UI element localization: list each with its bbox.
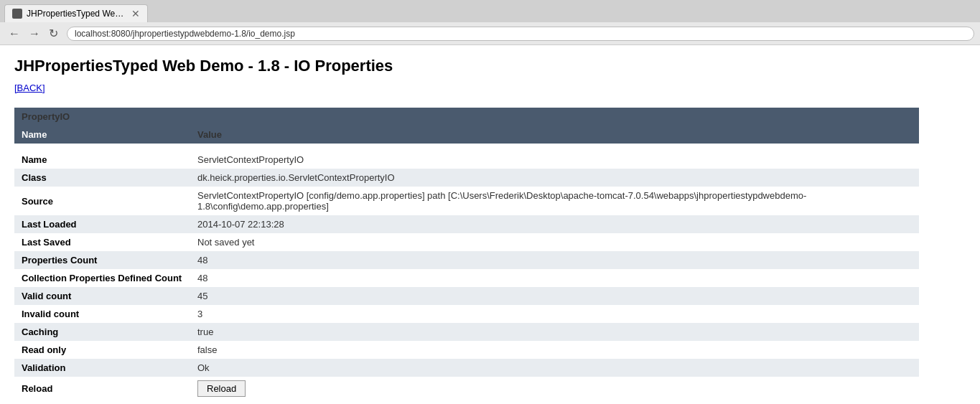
url-input[interactable]: localhost:8080/jhpropertiestypdwebdemo-1…	[67, 27, 974, 41]
browser-chrome: JHPropertiesTyped Web D... ✕ ← → ↻ local…	[0, 0, 980, 45]
tab-close-icon[interactable]: ✕	[131, 8, 140, 19]
tab-favicon-icon	[12, 9, 22, 19]
browser-tab[interactable]: JHPropertiesTyped Web D... ✕	[4, 4, 148, 22]
row-name: Read only	[14, 341, 190, 359]
address-bar: ← → ↻ localhost:8080/jhpropertiestypdweb…	[0, 22, 980, 44]
table-row: Invalid count3	[14, 305, 919, 323]
table-row: ValidationOk	[14, 359, 919, 377]
row-name: Last Loaded	[14, 215, 190, 233]
table-section-header-row: PropertyIO	[14, 108, 919, 126]
table-row: Classdk.heick.properties.io.ServletConte…	[14, 169, 919, 187]
page-content: JHPropertiesTyped Web Demo - 1.8 - IO Pr…	[0, 45, 980, 404]
tab-title: JHPropertiesTyped Web D...	[27, 9, 124, 19]
property-data-table: NameServletContextPropertyIOClassdk.heic…	[14, 151, 919, 400]
row-value: 48	[190, 269, 919, 287]
reload-button[interactable]: Reload	[197, 380, 246, 397]
row-name: Source	[14, 187, 190, 215]
reload-button-cell: Reload	[190, 377, 919, 400]
table-section-header: PropertyIO	[14, 108, 919, 126]
forward-button[interactable]: →	[26, 26, 43, 42]
row-name: Class	[14, 169, 190, 187]
table-row-reload: ReloadReload	[14, 377, 919, 400]
row-value: Ok	[190, 359, 919, 377]
row-name: Validation	[14, 359, 190, 377]
property-table: PropertyIO Name Value	[14, 108, 919, 144]
row-value: Not saved yet	[190, 233, 919, 251]
table-row: NameServletContextPropertyIO	[14, 151, 919, 169]
row-name: Collection Properties Defined Count	[14, 269, 190, 287]
row-value: dk.heick.properties.io.ServletContextPro…	[190, 169, 919, 187]
col-header-value: Value	[190, 126, 919, 144]
row-value: ServletContextPropertyIO [config/demo.ap…	[190, 187, 919, 215]
row-value: 2014-10-07 22:13:28	[190, 215, 919, 233]
table-row: Last SavedNot saved yet	[14, 233, 919, 251]
table-row: SourceServletContextPropertyIO [config/d…	[14, 187, 919, 215]
row-name: Name	[14, 151, 190, 169]
row-value: 45	[190, 287, 919, 305]
row-name: Properties Count	[14, 251, 190, 269]
table-row: Properties Count48	[14, 251, 919, 269]
table-row: Valid count45	[14, 287, 919, 305]
page-title: JHPropertiesTyped Web Demo - 1.8 - IO Pr…	[14, 57, 966, 75]
row-value: ServletContextPropertyIO	[190, 151, 919, 169]
row-value: 3	[190, 305, 919, 323]
refresh-button[interactable]: ↻	[46, 25, 61, 42]
row-name: Invalid count	[14, 305, 190, 323]
back-button[interactable]: ←	[6, 26, 23, 42]
nav-buttons: ← → ↻	[6, 25, 61, 42]
back-link[interactable]: [BACK]	[14, 83, 45, 93]
row-name: Caching	[14, 323, 190, 341]
row-value: true	[190, 323, 919, 341]
col-header-name: Name	[14, 126, 190, 144]
table-row: Read onlyfalse	[14, 341, 919, 359]
row-name: Valid count	[14, 287, 190, 305]
table-row: Last Loaded2014-10-07 22:13:28	[14, 215, 919, 233]
reload-label: Reload	[14, 377, 190, 400]
table-row: Collection Properties Defined Count48	[14, 269, 919, 287]
row-value: 48	[190, 251, 919, 269]
table-row: Cachingtrue	[14, 323, 919, 341]
table-column-header-row: Name Value	[14, 126, 919, 144]
row-name: Last Saved	[14, 233, 190, 251]
tab-bar: JHPropertiesTyped Web D... ✕	[0, 0, 980, 22]
url-text: localhost:8080/jhpropertiestypdwebdemo-1…	[75, 29, 295, 39]
row-value: false	[190, 341, 919, 359]
